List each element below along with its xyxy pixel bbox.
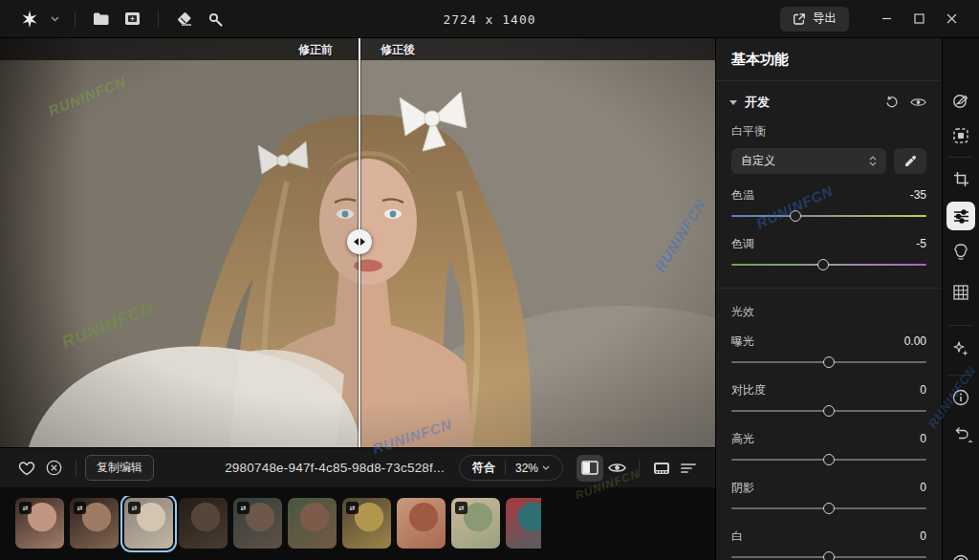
slider-value[interactable]: 0 [920,529,926,543]
thumbnail-image[interactable] [397,498,446,549]
slider-handle[interactable] [823,503,835,514]
slider-row: 阴影0 [731,480,926,515]
thumbnail-image[interactable]: ⇄ [124,498,173,549]
add-image-icon[interactable] [120,7,144,32]
slider-handle[interactable] [823,454,835,465]
light-sliders: 曝光0.00对比度0高光0阴影0白0黑0 [731,334,926,560]
slider-value[interactable]: -5 [916,237,926,250]
close-button[interactable] [935,6,968,32]
mask-select-icon[interactable] [946,121,975,150]
filename-text[interactable]: 2980748e-947f-4c85-98d8-73c528f... [225,461,445,475]
thumbnail-image[interactable] [179,498,228,549]
slider-track[interactable] [731,258,926,271]
develop-section-header[interactable]: 开发 [731,94,926,111]
enhance-icon[interactable] [946,86,975,115]
after-label: 修正後 [367,42,428,58]
copy-edit-button[interactable]: 复制编辑 [85,455,154,481]
search-icon[interactable] [203,7,228,32]
wb-eyedropper-button[interactable] [894,148,926,174]
slider-label: 曝光 [731,334,754,350]
slider-track[interactable] [731,550,926,560]
titlebar-right: 导出 [780,6,979,32]
slider-track[interactable] [731,404,926,418]
slider-value[interactable]: 0 [920,481,926,494]
thumbnail-image[interactable]: ⇄ [233,498,282,549]
folder-open-icon[interactable] [89,7,114,32]
thumbnail[interactable]: ⇄ [231,496,284,550]
compare-divider-handle[interactable] [347,229,372,254]
thumbnail[interactable] [395,496,447,550]
before-label: 修正前 [285,42,346,58]
thumbnail-image[interactable] [506,498,541,549]
zoom-level-value: 32% [515,462,538,475]
filmstrip-icon[interactable] [648,455,675,482]
info-icon[interactable] [946,383,975,412]
thumbnail-image[interactable] [288,498,337,549]
slider-handle[interactable] [817,259,829,270]
edited-badge-icon: ⇄ [19,502,32,514]
thumbnail[interactable]: ⇄ [449,496,502,550]
zoom-control[interactable]: 符合 32% [459,455,563,481]
compare-split-icon[interactable] [577,455,603,482]
chevron-down-icon[interactable] [48,7,61,32]
image-viewer: 修正前 修正後 [0,38,715,447]
thumbnail[interactable] [286,496,338,550]
thumbnail[interactable]: ⇄ [340,496,393,550]
slider-value[interactable]: 0 [920,432,926,445]
slider-handle[interactable] [823,405,835,417]
photo-editor-app: 2724 x 1400 导出 [0,0,979,560]
edited-badge-icon: ⇄ [455,502,468,514]
layout-grid-icon[interactable] [946,278,975,307]
heart-icon[interactable] [13,455,40,482]
help-icon[interactable] [946,549,975,560]
slider-label: 对比度 [731,382,766,398]
reset-icon[interactable] [885,96,899,109]
slider-track[interactable] [731,502,926,515]
zoom-level-dropdown[interactable]: 32% [515,462,550,475]
slider-track[interactable] [731,355,926,369]
export-label: 导出 [813,11,837,27]
minimize-button[interactable] [870,6,903,32]
undo-menu-caret[interactable] [968,440,973,445]
pill-divider [505,461,506,475]
eraser-icon[interactable] [172,7,197,32]
crop-icon[interactable] [946,164,975,193]
thumbnail-image[interactable]: ⇄ [342,498,391,549]
thumbnail-selected[interactable]: ⇄ [122,496,175,550]
thumbnail[interactable]: ⇄ [68,496,120,550]
sparkle-menu-icon[interactable] [17,7,42,32]
slider-label: 白 [731,528,743,545]
slider-handle[interactable] [823,551,835,560]
circle-x-icon[interactable] [40,455,67,482]
slider-track[interactable] [731,209,926,223]
undo-icon[interactable] [946,419,975,447]
collapse-caret-icon[interactable] [729,100,737,105]
thumbnail[interactable] [504,496,541,550]
slider-handle[interactable] [790,210,801,222]
thumbnail-image[interactable]: ⇄ [451,498,500,549]
thumbnail[interactable] [177,496,229,550]
portrait-icon[interactable] [946,237,975,266]
wb-preset-select[interactable]: 自定义 [731,148,886,174]
toolbar-left [0,7,228,32]
slider-track[interactable] [731,453,926,466]
effects-icon[interactable] [946,334,975,363]
slider-row: 色温-35 [731,187,926,223]
adjustments-icon[interactable] [946,202,975,230]
fit-button[interactable]: 符合 [472,460,495,476]
thumbnail-image[interactable]: ⇄ [70,498,119,549]
editor-column: 修正前 修正後 复制编辑 2980748e-947f-4c85-98d8- [0,38,715,560]
toolbar-divider [75,11,76,28]
thumbnail[interactable]: ⇄ [13,496,66,550]
visibility-eye-icon[interactable] [910,97,926,108]
maximize-button[interactable] [903,6,935,32]
export-button[interactable]: 导出 [780,7,849,32]
slider-value[interactable]: -35 [910,188,926,202]
eye-icon[interactable] [603,455,630,482]
sort-lines-icon[interactable] [675,455,702,482]
slider-value[interactable]: 0 [920,383,926,397]
slider-value[interactable]: 0.00 [904,334,926,348]
light-section-label: 光效 [731,304,926,320]
thumbnail-image[interactable]: ⇄ [15,498,64,549]
slider-handle[interactable] [823,356,835,368]
